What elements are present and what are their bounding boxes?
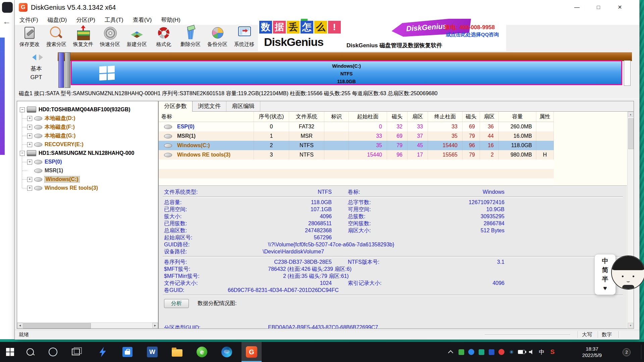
- tree-expander-plus-icon[interactable]: +: [27, 160, 32, 165]
- tray-red-circle-button[interactable]: [496, 342, 506, 362]
- sidebar-item-HD0:TOSHIBAMQ04ABF100(932GB)[interactable]: −HD0:TOSHIBAMQ04ABF100(932GB): [17, 105, 158, 114]
- table-row-ESP(0)[interactable]: ESP(0)0FAT3203233336936260.0MB: [159, 122, 554, 131]
- taskbar-browser-e-button[interactable]: e: [192, 342, 212, 362]
- menu-item-工具(T)[interactable]: 工具(T): [100, 16, 128, 24]
- sidebar-item-RECOVERY(E:)[interactable]: +RECOVERY(E:): [17, 140, 158, 149]
- sidebar-item-本地磁盘(F:)[interactable]: +本地磁盘(F:): [17, 123, 158, 131]
- toolbar-button-quick-partition[interactable]: 快速分区: [97, 25, 123, 50]
- menu-item-帮助(H)[interactable]: 帮助(H): [156, 16, 185, 24]
- tree-expander-plus-icon[interactable]: +: [27, 116, 32, 121]
- menu-item-分区(P)[interactable]: 分区(P): [71, 16, 100, 24]
- taskbar-search-button[interactable]: [20, 342, 40, 362]
- column-header-0[interactable]: 卷标: [159, 112, 254, 122]
- toolbar-button-backup-partition[interactable]: 备份分区: [204, 25, 231, 50]
- panel-vertical-scrollbar[interactable]: ▲ ▼: [627, 112, 634, 328]
- sidebar-item-HD1:SAMSUNGMZ NLN128HAHQ-000[interactable]: −HD1:SAMSUNGMZ NLN128HAHQ-000: [17, 149, 158, 158]
- sidebar-item-ESP(0)[interactable]: +ESP(0): [17, 158, 158, 166]
- toolbar-button-save-changes[interactable]: 保存更改: [16, 25, 43, 50]
- column-header-3[interactable]: 标识: [324, 112, 349, 122]
- column-header-7[interactable]: 终止柱面: [428, 112, 463, 122]
- toolbar-button-system-migration[interactable]: 系统迁移: [231, 25, 258, 50]
- prev-disk-arrow-icon[interactable]: [32, 54, 36, 60]
- titlebar[interactable]: G DiskGenius V5.4.3.1342 x64 — □ ✕: [15, 0, 639, 15]
- taskbar-lightning-app-button[interactable]: [93, 342, 113, 362]
- scroll-down-arrow-icon[interactable]: ▼: [628, 323, 633, 328]
- sidebar-item-本地磁盘(G:)[interactable]: +本地磁盘(G:): [17, 131, 158, 140]
- notification-badge[interactable]: 2: [623, 348, 631, 356]
- maximize-button[interactable]: □: [588, 0, 609, 15]
- minimize-button[interactable]: —: [566, 0, 588, 15]
- menu-item-文件(F)[interactable]: 文件(F): [15, 16, 43, 24]
- tray-teal-square-button[interactable]: [476, 342, 486, 362]
- next-disk-arrow-icon[interactable]: [39, 54, 43, 60]
- tray-snowflake-button[interactable]: ✳: [506, 342, 517, 362]
- tab-浏览文件[interactable]: 浏览文件: [193, 101, 226, 111]
- toolbar-button-format[interactable]: 格式化: [150, 25, 177, 50]
- sidebar-item-MSR(1)[interactable]: MSR(1): [17, 166, 158, 175]
- taskbar-clock[interactable]: 18:37 2022/5/9: [567, 342, 617, 362]
- column-header-5[interactable]: 磁头: [387, 112, 408, 122]
- tree-expander-plus-icon[interactable]: +: [27, 177, 32, 182]
- toolbar-button-new-partition[interactable]: 新建分区: [123, 25, 150, 50]
- disk-capacity-strip[interactable]: [58, 52, 632, 61]
- column-header-8[interactable]: 磁头: [463, 112, 480, 122]
- ime-item-简[interactable]: 简: [602, 266, 608, 274]
- start-button[interactable]: [0, 342, 20, 362]
- ime-item-♥[interactable]: ♥: [603, 285, 607, 292]
- scroll-up-arrow-icon[interactable]: ▲: [628, 112, 633, 117]
- tree-expander-minus-icon[interactable]: −: [20, 151, 25, 156]
- re-tools-partition-block[interactable]: [624, 60, 631, 86]
- scrollbar-thumb[interactable]: [628, 118, 634, 149]
- input-language-indicator[interactable]: 中: [537, 342, 547, 362]
- menu-item-磁盘(D)[interactable]: 磁盘(D): [43, 16, 72, 24]
- banner-qq-link[interactable]: 或点击此处选择QQ咨询: [446, 32, 499, 38]
- menu-item-查看(V)[interactable]: 查看(V): [128, 16, 157, 24]
- toolbar-button-delete-partition[interactable]: 删除分区: [177, 25, 204, 50]
- column-header-2[interactable]: 文件系统: [289, 112, 324, 122]
- column-header-6[interactable]: 扇区: [408, 112, 428, 122]
- esp-partition-block[interactable]: [58, 52, 64, 88]
- tray-blue-circle-button[interactable]: [466, 342, 476, 362]
- table-row-Windows RE tools(3)[interactable]: Windows RE tools(3)3NTFS1544096171556579…: [159, 150, 554, 160]
- column-header-9[interactable]: 扇区: [480, 112, 499, 122]
- toolbar-button-search-partition[interactable]: 搜索分区: [43, 25, 70, 50]
- scroll-right-arrow-icon[interactable]: ►: [152, 323, 158, 328]
- column-header-1[interactable]: 序号(状态): [254, 112, 289, 122]
- column-header-10[interactable]: 容量: [499, 112, 536, 122]
- sogou-ime-icon[interactable]: S: [547, 342, 557, 362]
- task-view-button[interactable]: [66, 342, 86, 362]
- column-header-4[interactable]: 起始柱面: [349, 112, 387, 122]
- tab-扇区编辑[interactable]: 扇区编辑: [226, 101, 260, 111]
- sidebar-item-Windows(C:)[interactable]: +Windows(C:): [17, 175, 158, 184]
- cartoon-avatar[interactable]: [611, 255, 644, 290]
- toolbar-button-recover-files[interactable]: 恢复文件: [70, 25, 97, 50]
- tree-horizontal-scrollbar[interactable]: ◄ ►: [17, 322, 158, 328]
- tree-expander-plus-icon[interactable]: +: [27, 133, 32, 138]
- ime-item-半[interactable]: 半: [602, 276, 608, 283]
- tray-qq-button[interactable]: [486, 342, 496, 362]
- back-arrow-icon[interactable]: ←: [3, 17, 11, 26]
- taskbar-word-button[interactable]: W: [142, 342, 162, 362]
- table-row-Windows(C:)[interactable]: Windows(C:)2NTFS357945154409616118.0GB: [159, 141, 554, 150]
- tree-expander-plus-icon[interactable]: +: [27, 125, 32, 130]
- taskbar-file-explorer-button[interactable]: [167, 342, 187, 362]
- taskbar-store-button[interactable]: [117, 342, 138, 362]
- scrollbar-thumb[interactable]: [23, 323, 91, 328]
- tree-expander-minus-icon[interactable]: −: [20, 107, 25, 112]
- ime-item-中[interactable]: 中: [602, 257, 608, 265]
- msr-partition-block[interactable]: [65, 52, 70, 88]
- tray-expand-button[interactable]: [445, 342, 455, 362]
- table-row-MSR(1)[interactable]: MSR(1)1MSR33693735794416.0MB: [159, 131, 554, 141]
- sidebar-item-Windows RE tools(3)[interactable]: +Windows RE tools(3): [17, 184, 158, 192]
- analyze-button[interactable]: 分析: [164, 299, 189, 308]
- column-header-11[interactable]: 属性: [536, 112, 554, 122]
- taskbar-diskgenius-button[interactable]: G: [241, 342, 262, 362]
- close-button[interactable]: ✕: [609, 0, 631, 15]
- ad-banner[interactable]: 数据丢怎么! DiskGenius DiskGenius 致电: 400-008…: [258, 19, 506, 51]
- scroll-left-arrow-icon[interactable]: ◄: [17, 323, 23, 328]
- tree-expander-plus-icon[interactable]: +: [27, 142, 32, 147]
- windows-c-partition-block[interactable]: Windows(C:) NTFS 118.0GB: [71, 60, 622, 85]
- cortana-button[interactable]: [43, 342, 63, 362]
- background-window[interactable]: ←: [0, 0, 15, 339]
- show-desktop-divider[interactable]: [641, 345, 641, 359]
